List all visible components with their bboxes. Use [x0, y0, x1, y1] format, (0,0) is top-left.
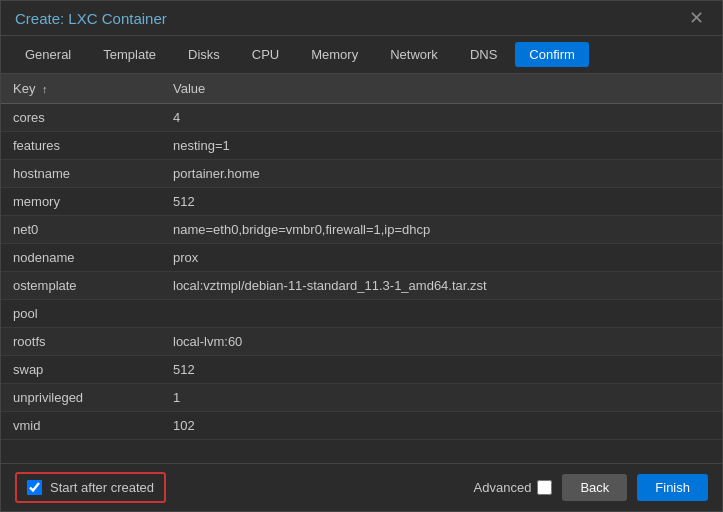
- tab-bar: GeneralTemplateDisksCPUMemoryNetworkDNSC…: [1, 36, 722, 74]
- advanced-checkbox[interactable]: [537, 480, 552, 495]
- dialog-header: Create: LXC Container ✕: [1, 1, 722, 36]
- row-value: 512: [161, 188, 722, 216]
- row-key: unprivileged: [1, 384, 161, 412]
- row-value: name=eth0,bridge=vmbr0,firewall=1,ip=dhc…: [161, 216, 722, 244]
- tab-general[interactable]: General: [11, 42, 85, 67]
- start-after-label: Start after created: [50, 480, 154, 495]
- table-row: nodename prox: [1, 244, 722, 272]
- table-row: swap 512: [1, 356, 722, 384]
- footer-right: Advanced Back Finish: [474, 474, 708, 501]
- row-key: features: [1, 132, 161, 160]
- row-value: prox: [161, 244, 722, 272]
- advanced-label-text: Advanced: [474, 480, 532, 495]
- dialog: Create: LXC Container ✕ GeneralTemplateD…: [0, 0, 723, 512]
- row-value: local-lvm:60: [161, 328, 722, 356]
- row-key: cores: [1, 104, 161, 132]
- row-value: 512: [161, 356, 722, 384]
- key-column-header: Key ↑: [1, 74, 161, 104]
- dialog-title: Create: LXC Container: [15, 10, 167, 27]
- table-row: rootfs local-lvm:60: [1, 328, 722, 356]
- table-row: ostemplate local:vztmpl/debian-11-standa…: [1, 272, 722, 300]
- tab-disks[interactable]: Disks: [174, 42, 234, 67]
- row-key: net0: [1, 216, 161, 244]
- row-value: 1: [161, 384, 722, 412]
- row-value: 102: [161, 412, 722, 440]
- tab-confirm[interactable]: Confirm: [515, 42, 589, 67]
- row-value: portainer.home: [161, 160, 722, 188]
- tab-cpu[interactable]: CPU: [238, 42, 293, 67]
- finish-button[interactable]: Finish: [637, 474, 708, 501]
- row-value: local:vztmpl/debian-11-standard_11.3-1_a…: [161, 272, 722, 300]
- table-row: features nesting=1: [1, 132, 722, 160]
- tab-network[interactable]: Network: [376, 42, 452, 67]
- start-after-container[interactable]: Start after created: [15, 472, 166, 503]
- table-row: unprivileged 1: [1, 384, 722, 412]
- row-key: swap: [1, 356, 161, 384]
- main-content: Key ↑ Value cores 4 features nesting=1 h…: [1, 74, 722, 463]
- row-value: 4: [161, 104, 722, 132]
- start-after-checkbox[interactable]: [27, 480, 42, 495]
- tab-memory[interactable]: Memory: [297, 42, 372, 67]
- row-key: memory: [1, 188, 161, 216]
- row-value: nesting=1: [161, 132, 722, 160]
- table-row: vmid 102: [1, 412, 722, 440]
- row-key: vmid: [1, 412, 161, 440]
- table-row: cores 4: [1, 104, 722, 132]
- row-key: rootfs: [1, 328, 161, 356]
- tab-dns[interactable]: DNS: [456, 42, 511, 67]
- config-table-container: Key ↑ Value cores 4 features nesting=1 h…: [1, 74, 722, 463]
- row-key: pool: [1, 300, 161, 328]
- table-row: hostname portainer.home: [1, 160, 722, 188]
- dialog-footer: Start after created Advanced Back Finish: [1, 463, 722, 511]
- row-value: [161, 300, 722, 328]
- row-key: hostname: [1, 160, 161, 188]
- row-key: nodename: [1, 244, 161, 272]
- config-table: Key ↑ Value cores 4 features nesting=1 h…: [1, 74, 722, 440]
- close-button[interactable]: ✕: [685, 9, 708, 27]
- table-row: net0 name=eth0,bridge=vmbr0,firewall=1,i…: [1, 216, 722, 244]
- sort-indicator: ↑: [42, 83, 48, 95]
- tab-template[interactable]: Template: [89, 42, 170, 67]
- back-button[interactable]: Back: [562, 474, 627, 501]
- table-row: pool: [1, 300, 722, 328]
- row-key: ostemplate: [1, 272, 161, 300]
- advanced-container[interactable]: Advanced: [474, 480, 553, 495]
- value-column-header: Value: [161, 74, 722, 104]
- table-row: memory 512: [1, 188, 722, 216]
